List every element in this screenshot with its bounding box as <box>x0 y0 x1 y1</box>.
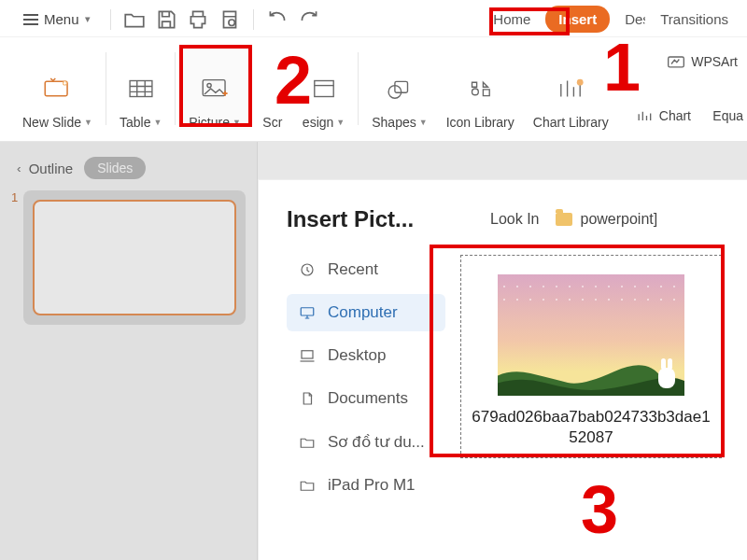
dropdown-icon: ▼ <box>233 118 241 127</box>
wpsart-button[interactable]: WPSArt <box>667 54 738 69</box>
new-slide-icon <box>36 68 78 109</box>
hamburger-icon <box>23 14 38 25</box>
clock-icon <box>298 260 317 279</box>
bunny-icon <box>658 368 675 388</box>
sidebar-label: Desktop <box>328 346 386 365</box>
monitor-icon <box>298 303 317 322</box>
folder-icon <box>298 476 317 495</box>
chevron-down-icon: ▾ <box>85 13 91 25</box>
undo-icon[interactable] <box>265 8 289 31</box>
sidebar-item-custom-1[interactable]: Sơ đồ tư du... <box>287 423 445 461</box>
folder-name: powerpoint] <box>580 211 657 228</box>
print-preview-icon[interactable] <box>218 8 242 31</box>
pane-icon <box>303 68 345 109</box>
documents-icon <box>298 389 317 408</box>
separator <box>175 52 176 125</box>
icon-library-icon <box>459 68 500 109</box>
tab-design[interactable]: Design <box>612 6 645 33</box>
tab-insert[interactable]: Insert <box>545 6 610 33</box>
shapes-icon <box>379 68 420 109</box>
sidebar-item-documents[interactable]: Documents <box>287 380 445 417</box>
screenshot-icon <box>252 81 293 109</box>
dropdown-icon: ▼ <box>84 118 92 127</box>
file-name: 679ad026baa7bab024733b3dae152087 <box>471 407 712 448</box>
table-label: Table <box>120 115 150 130</box>
ribbon-insert: New Slide▼ Table▼ Picture▼ Scr esign▼ Sh… <box>0 37 747 142</box>
file-thumbnail <box>498 274 684 396</box>
icon-library-label: Icon Library <box>446 115 514 130</box>
sidebar-label: Computer <box>328 303 398 322</box>
equation-partial[interactable]: Equa <box>712 108 743 123</box>
design-partial: esign <box>303 115 333 130</box>
slide-number: 1 <box>11 190 18 204</box>
dropdown-icon: ▼ <box>153 118 162 127</box>
separator <box>110 9 111 30</box>
picture-icon <box>194 68 235 109</box>
icon-library-button[interactable]: Icon Library <box>437 46 524 130</box>
svg-rect-12 <box>301 308 314 315</box>
table-button[interactable]: Table▼ <box>110 46 171 130</box>
look-in-label: Look In <box>490 211 539 228</box>
menu-button[interactable]: Menu ▾ <box>15 7 99 32</box>
sidebar-label: Sơ đồ tư du... <box>328 432 425 452</box>
chart-library-button[interactable]: Chart Library <box>524 46 618 130</box>
picture-label: Picture <box>189 115 230 130</box>
svg-rect-3 <box>130 81 152 97</box>
picture-button[interactable]: Picture▼ <box>179 46 250 130</box>
sidebar-item-computer[interactable]: Computer <box>287 294 445 331</box>
screenshot-label-partial: Scr <box>262 115 282 130</box>
current-folder[interactable]: powerpoint] <box>556 211 657 228</box>
redo-icon[interactable] <box>297 8 321 31</box>
ribbon-tabs: Home Insert Design Transitions <box>480 6 741 33</box>
chart-library-icon <box>550 68 591 109</box>
save-icon[interactable] <box>154 8 178 31</box>
slide-thumbnail-selected[interactable] <box>23 190 246 325</box>
tab-slides[interactable]: Slides <box>84 157 146 179</box>
separator <box>253 9 254 30</box>
chart-library-label: Chart Library <box>533 115 609 130</box>
chart-button[interactable]: Chart <box>635 108 691 123</box>
slide-panel: ‹‹ Outline Slides 1 <box>0 142 258 560</box>
print-icon[interactable] <box>186 8 210 31</box>
shapes-label: Shapes <box>372 115 416 130</box>
menu-label: Menu <box>44 11 79 27</box>
svg-point-9 <box>577 79 584 86</box>
svg-rect-6 <box>314 81 332 97</box>
tab-home[interactable]: Home <box>480 6 543 33</box>
slide-thumbnail[interactable] <box>33 200 236 315</box>
separator <box>358 52 359 125</box>
svg-point-0 <box>228 20 234 26</box>
dialog-sidebar: Recent Computer Desktop Documents Sơ đồ … <box>287 251 445 504</box>
dropdown-icon: ▼ <box>419 118 428 127</box>
screenshot-button[interactable]: Scr <box>250 46 303 130</box>
sidebar-item-custom-2[interactable]: iPad Pro M1 <box>287 467 445 504</box>
folder-icon <box>556 213 572 226</box>
shapes-button[interactable]: Shapes▼ <box>362 46 436 130</box>
sidebar-label: Documents <box>328 389 408 408</box>
svg-point-5 <box>207 83 211 87</box>
open-icon[interactable] <box>122 8 147 31</box>
sidebar-label: iPad Pro M1 <box>328 476 416 495</box>
separator <box>106 52 106 125</box>
sidebar-label: Recent <box>328 260 378 279</box>
design-fragment[interactable]: esign▼ <box>303 46 354 130</box>
folder-icon <box>298 433 317 452</box>
new-slide-button[interactable]: New Slide▼ <box>13 46 102 130</box>
wpsart-label: WPSArt <box>691 54 738 69</box>
quick-access-toolbar: Menu ▾ Home Insert Design Transitions <box>0 0 747 37</box>
chart-label: Chart <box>659 108 691 123</box>
tab-transitions[interactable]: Transitions <box>647 6 741 33</box>
collapse-panel-icon[interactable]: ‹‹ <box>17 161 18 175</box>
sidebar-item-desktop[interactable]: Desktop <box>287 337 445 374</box>
svg-rect-13 <box>302 351 313 358</box>
desktop-icon <box>298 346 317 365</box>
table-icon <box>120 68 162 109</box>
tab-outline[interactable]: Outline <box>29 161 74 176</box>
file-item-selected[interactable]: 679ad026baa7bab024733b3dae152087 <box>460 255 722 458</box>
new-slide-label: New Slide <box>22 115 81 130</box>
sidebar-item-recent[interactable]: Recent <box>287 251 445 288</box>
dropdown-icon: ▼ <box>336 118 345 127</box>
insert-picture-dialog: Insert Pict... Look In powerpoint] Recen… <box>258 179 747 560</box>
file-browser: 679ad026baa7bab024733b3dae152087 <box>455 251 728 504</box>
dialog-title: Insert Pict... <box>287 206 473 232</box>
